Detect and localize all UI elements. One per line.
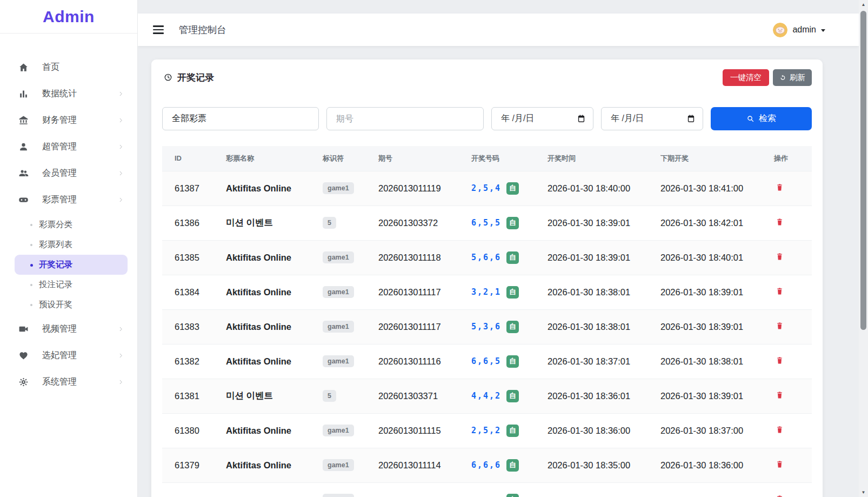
calendar-icon	[577, 114, 586, 123]
column-header: 下期开奖	[660, 146, 774, 171]
table-row: 61383Aktifitas Onlinegame120260130111175…	[162, 309, 812, 344]
cell-lottery-name: Aktifitas Online	[226, 448, 323, 482]
sidebar-subitem-lottery-category[interactable]: 彩票分类	[15, 215, 128, 235]
cell-lottery-name: Aktifitas Online	[226, 240, 323, 275]
delete-button[interactable]	[775, 182, 784, 194]
identifier-badge: game1	[323, 355, 354, 367]
clear-all-button[interactable]: 一键清空	[723, 69, 769, 86]
delete-button[interactable]	[775, 355, 784, 367]
auto-badge: 自	[506, 459, 519, 472]
draw-numbers: 3,2,1	[471, 287, 502, 297]
username: admin	[792, 25, 816, 35]
sidebar-subitem-preset-draw[interactable]: 预设开奖	[15, 295, 128, 315]
chevron-right-icon	[117, 143, 124, 150]
page-title: 管理控制台	[179, 23, 226, 36]
chevron-right-icon	[117, 170, 124, 177]
table-row: 61384Aktifitas Onlinegame120260130111173…	[162, 275, 812, 309]
cell-identifier: game1	[323, 482, 378, 497]
cell-issue: 2026013011119	[378, 171, 471, 206]
sidebar-submenu: 彩票分类彩票列表开奖记录投注记录预设开奖	[0, 213, 137, 316]
chevron-right-icon	[117, 90, 124, 97]
sidebar-item-home[interactable]: 首页	[0, 54, 137, 81]
app-logo: Admin	[0, 0, 137, 34]
cell-id: 61385	[162, 240, 226, 275]
identifier-badge: game1	[323, 425, 354, 436]
auto-badge: 自	[506, 286, 519, 299]
delete-button[interactable]	[775, 286, 784, 298]
lottery-select[interactable]: 全部彩票	[162, 107, 319, 130]
sidebar-item-concubine[interactable]: 选妃管理	[0, 342, 137, 369]
sidebar-item-statistics[interactable]: 数据统计	[0, 81, 137, 107]
hamburger-menu-icon[interactable]	[152, 23, 165, 36]
card-header: 开奖记录 一键清空 刷新	[162, 67, 812, 88]
sidebar-item-label: 首页	[42, 62, 59, 73]
identifier-badge: game1	[323, 251, 354, 263]
delete-button[interactable]	[775, 321, 784, 333]
issue-input[interactable]	[326, 107, 484, 130]
chevron-right-icon	[117, 352, 124, 359]
column-header: 彩票名称	[226, 146, 323, 171]
vertical-scrollbar[interactable]: ▲ ▼	[859, 0, 868, 497]
cell-identifier: game1	[323, 413, 378, 448]
start-date-input[interactable]: 年 /月/日	[491, 107, 593, 130]
delete-button[interactable]	[775, 494, 784, 497]
heart-icon	[18, 350, 29, 361]
sidebar-item-superadmin[interactable]: 超管管理	[0, 134, 137, 160]
refresh-label: 刷新	[790, 72, 805, 83]
cell-id: 61383	[162, 309, 226, 344]
auto-badge: 自	[506, 251, 519, 264]
sidebar-item-finance[interactable]: 财务管理	[0, 107, 137, 134]
delete-button[interactable]	[775, 459, 784, 471]
column-header: 开奖时间	[547, 146, 660, 171]
calendar-icon	[686, 114, 696, 123]
cell-lottery-name: Aktifitas Online	[226, 171, 323, 206]
cell-draw-time: 2026-01-30 18:38:01	[547, 309, 660, 344]
cell-draw-numbers: 4,4,2自	[471, 379, 547, 413]
cell-next-draw-time: 2026-01-30 18:39:01	[660, 309, 774, 344]
cell-draw-numbers: 2,5,4自	[471, 171, 547, 206]
scroll-down-arrow-icon[interactable]: ▼	[859, 488, 868, 497]
end-date-input[interactable]: 年 /月/日	[601, 107, 703, 130]
table-row: 61380Aktifitas Onlinegame120260130111152…	[162, 413, 812, 448]
sidebar-item-lottery[interactable]: 彩票管理	[0, 187, 137, 213]
cell-actions	[774, 309, 812, 344]
sidebar-item-video[interactable]: 视频管理	[0, 316, 137, 342]
delete-button[interactable]	[775, 390, 784, 402]
refresh-button[interactable]: 刷新	[773, 69, 812, 86]
user-menu[interactable]: admin	[773, 23, 825, 37]
cell-draw-time: 2026-01-30 18:36:00	[547, 413, 660, 448]
cell-actions	[774, 206, 812, 240]
delete-button[interactable]	[775, 425, 784, 436]
cell-issue: 2026013011117	[378, 309, 471, 344]
sidebar-subitem-draw-records[interactable]: 开奖记录	[15, 255, 128, 275]
cell-actions	[774, 240, 812, 275]
sidebar-subitem-lottery-list[interactable]: 彩票列表	[15, 235, 128, 255]
sidebar-subitem-bet-records[interactable]: 投注记录	[15, 275, 128, 295]
sidebar-item-members[interactable]: 会员管理	[0, 160, 137, 187]
delete-button[interactable]	[775, 251, 784, 263]
end-date-value: 年 /月/日	[611, 113, 644, 124]
user-icon	[18, 142, 29, 152]
identifier-badge: game1	[323, 321, 354, 333]
delete-button[interactable]	[775, 217, 784, 229]
draw-records-card: 开奖记录 一键清空 刷新 全部彩票 年 /月/日 年 /月/日	[151, 59, 823, 497]
auto-badge: 自	[506, 321, 519, 333]
cell-actions	[774, 275, 812, 309]
cell-id: 61381	[162, 379, 226, 413]
card-actions: 一键清空 刷新	[723, 69, 812, 86]
draw-numbers: 5,6,6	[471, 253, 502, 262]
sidebar-item-system[interactable]: 系统管理	[0, 369, 137, 395]
draw-records-table: ID彩票名称标识符期号开奖号码开奖时间下期开奖操作 61387Aktifitas…	[162, 146, 812, 497]
cell-draw-numbers: 3,2,1自	[471, 275, 547, 309]
auto-badge: 自	[506, 494, 519, 497]
scroll-up-arrow-icon[interactable]: ▲	[859, 0, 868, 9]
search-button[interactable]: 检索	[711, 107, 812, 130]
table-row: 61381미션 이벤트52026013033714,4,2自2026-01-30…	[162, 379, 812, 413]
sidebar-subitem-label: 彩票列表	[39, 239, 72, 250]
auto-badge: 自	[506, 217, 519, 229]
sidebar-menu: 首页数据统计财务管理超管管理会员管理彩票管理彩票分类彩票列表开奖记录投注记录预设…	[0, 34, 137, 395]
cell-issue: 2026013011118	[378, 240, 471, 275]
cell-actions	[774, 482, 812, 497]
scrollbar-thumb[interactable]	[860, 11, 866, 330]
cell-identifier: game1	[323, 171, 378, 206]
